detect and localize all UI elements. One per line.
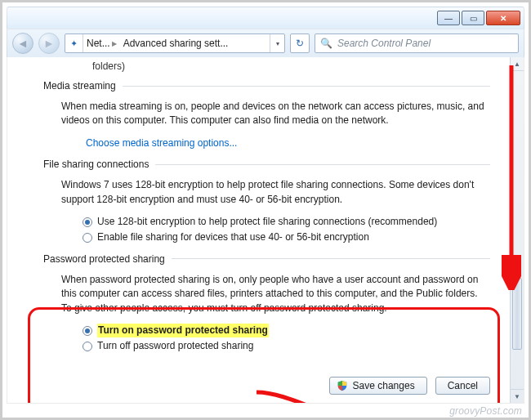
radio-icon (83, 326, 92, 336)
breadcrumb-seg-advanced[interactable]: Advanced sharing sett... (120, 34, 270, 52)
section-title: Media streaming (43, 80, 116, 92)
radio-turn-on-password-sharing[interactable]: Turn on password protected sharing (83, 324, 487, 337)
chevron-down-icon: ▼ (514, 393, 520, 400)
section-description: Windows 7 uses 128-bit encryption to hel… (61, 178, 487, 207)
content-pane: folders) Media streaming When media stre… (7, 57, 510, 403)
window-titlebar: — ▭ ✕ (7, 7, 524, 29)
section-media-streaming: Media streaming When media streaming is … (43, 80, 490, 150)
scroll-down-button[interactable]: ▼ (511, 389, 524, 403)
radio-label: Turn on password protected sharing (97, 324, 269, 337)
radio-40-56bit-encryption[interactable]: Enable file sharing for devices that use… (83, 230, 487, 244)
refresh-icon: ↻ (296, 38, 304, 49)
radio-turn-off-password-sharing[interactable]: Turn off password protected sharing (83, 339, 487, 353)
back-button[interactable]: ◄ (12, 33, 33, 54)
section-title: Password protected sharing (43, 253, 165, 265)
location-icon: ✦ (65, 34, 83, 52)
refresh-button[interactable]: ↻ (290, 34, 310, 53)
maximize-icon: ▭ (470, 14, 477, 23)
close-icon: ✕ (500, 14, 506, 23)
radio-128bit-encryption[interactable]: Use 128-bit encryption to help protect f… (83, 215, 487, 229)
close-button[interactable]: ✕ (486, 11, 520, 25)
search-input[interactable]: 🔍 Search Control Panel (315, 34, 519, 53)
section-file-sharing: File sharing connections Windows 7 uses … (43, 159, 490, 245)
section-description: When media streaming is on, people and d… (61, 100, 487, 128)
save-changes-button[interactable]: Save changes (329, 377, 427, 395)
search-icon: 🔍 (320, 38, 332, 49)
radio-label: Use 128-bit encryption to help protect f… (97, 215, 437, 229)
breadcrumb-label: Net... (87, 38, 110, 49)
media-streaming-options-link[interactable]: Choose media streaming options... (86, 137, 237, 149)
radio-icon (83, 233, 92, 243)
chevron-right-icon: ▶ (112, 40, 117, 47)
breadcrumb[interactable]: ✦ Net... ▶ Advanced sharing sett... ▾ (65, 34, 285, 53)
radio-icon (83, 217, 92, 227)
button-row: Save changes Cancel (329, 377, 490, 395)
breadcrumb-label: Advanced sharing sett... (123, 38, 229, 49)
breadcrumb-dropdown[interactable]: ▾ (270, 34, 284, 52)
radio-icon (83, 342, 92, 351)
search-placeholder: Search Control Panel (337, 38, 431, 49)
watermark: groovyPost.com (449, 405, 522, 417)
minimize-button[interactable]: — (437, 11, 460, 25)
radio-label: Turn off password protected sharing (97, 339, 253, 353)
minimize-icon: — (444, 14, 453, 23)
clipped-text: folders) (43, 60, 490, 72)
section-description: When password protected sharing is on, o… (61, 273, 487, 315)
uac-shield-icon (337, 380, 348, 391)
vertical-scrollbar[interactable]: ▲ ▼ (510, 57, 524, 403)
button-label: Save changes (353, 380, 415, 391)
scroll-up-button[interactable]: ▲ (511, 57, 524, 71)
section-password-protected-sharing: Password protected sharing When password… (43, 253, 490, 354)
address-bar: ◄ ► ✦ Net... ▶ Advanced sharing sett... … (7, 29, 524, 57)
scrollbar-thumb[interactable] (512, 278, 522, 350)
back-arrow-icon: ◄ (17, 37, 29, 50)
chevron-down-icon: ▾ (276, 40, 279, 47)
section-rule (172, 258, 490, 259)
section-rule (123, 86, 490, 87)
section-rule (155, 164, 490, 165)
outer-frame: — ▭ ✕ ◄ ► ✦ Net... ▶ Advanced sharing se… (0, 0, 531, 420)
button-label: Cancel (448, 380, 478, 391)
section-title: File sharing connections (43, 159, 149, 170)
client-area: folders) Media streaming When media stre… (7, 57, 524, 404)
chevron-up-icon: ▲ (514, 60, 520, 68)
cancel-button[interactable]: Cancel (435, 377, 490, 395)
maximize-button[interactable]: ▭ (462, 11, 484, 25)
forward-button[interactable]: ► (38, 33, 60, 54)
breadcrumb-seg-network[interactable]: Net... ▶ (83, 34, 120, 52)
forward-arrow-icon: ► (43, 37, 55, 50)
radio-label: Enable file sharing for devices that use… (97, 230, 369, 244)
